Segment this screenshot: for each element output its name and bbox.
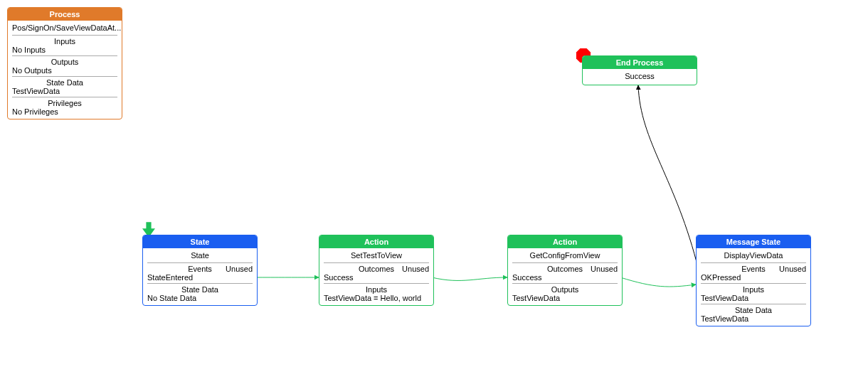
state-node[interactable]: State State Unused Events StateEntered S… [142,235,258,306]
msgstate-title: DisplayViewData [701,250,806,261]
process-inputs-label: Inputs [12,37,117,46]
state-title: State [147,250,253,261]
state-unused: Unused [226,265,253,273]
action2-outputs-label: Outputs [512,285,618,294]
message-state-node[interactable]: Message State DisplayViewData Unused Eve… [696,235,811,326]
end-title: Success [587,70,692,82]
action1-outcomes-value: Success [324,273,429,282]
diagram-canvas[interactable]: Process Pos/SignOn/SaveViewDataAt... Inp… [0,0,868,372]
action2-header: Action [508,235,622,248]
state-statedata-label: State Data [147,285,253,294]
msgstate-inputs-value: TestViewData [701,294,806,302]
process-privileges-label: Privileges [12,99,117,107]
edge-action2-msgstate [620,277,696,287]
state-events-value: StateEntered [147,273,253,282]
action1-title: SetTestToView [324,250,429,261]
action-node-2[interactable]: Action GetConfigFromView Unused Outcomes… [507,235,623,306]
end-process-node[interactable]: End Process Success [582,55,697,85]
msgstate-header: Message State [697,235,810,248]
action2-title: GetConfigFromView [512,250,618,261]
action1-unused: Unused [402,265,429,273]
end-header: End Process [583,56,697,69]
process-header: Process [8,8,122,21]
msgstate-inputs-label: Inputs [701,285,806,294]
msgstate-unused: Unused [779,265,806,273]
process-statedata-value: TestViewData [12,87,117,95]
process-inputs-value: No Inputs [12,46,117,54]
action1-header: Action [319,235,433,248]
process-node[interactable]: Process Pos/SignOn/SaveViewDataAt... Inp… [7,7,122,119]
msgstate-events-value: OKPressed [701,273,806,282]
msgstate-statedata-label: State Data [701,306,806,314]
action2-outcomes-value: Success [512,273,618,282]
state-header: State [143,235,257,248]
process-outputs-value: No Outputs [12,66,117,75]
action1-inputs-value: TestViewData = Hello, world [324,294,429,302]
msgstate-statedata-value: TestViewData [701,314,806,323]
edge-action1-action2 [432,277,507,280]
process-outputs-label: Outputs [12,58,117,66]
process-privileges-value: No Privileges [12,107,117,116]
state-statedata-value: No State Data [147,294,253,302]
action2-unused: Unused [591,265,618,273]
edge-msgstate-end [638,85,699,270]
process-title: Pos/SignOn/SaveViewDataAt... [12,22,117,33]
action-node-1[interactable]: Action SetTestToView Unused Outcomes Suc… [319,235,434,306]
action1-inputs-label: Inputs [324,285,429,294]
process-statedata-label: State Data [12,78,117,87]
action2-outputs-value: TestViewData [512,294,618,302]
